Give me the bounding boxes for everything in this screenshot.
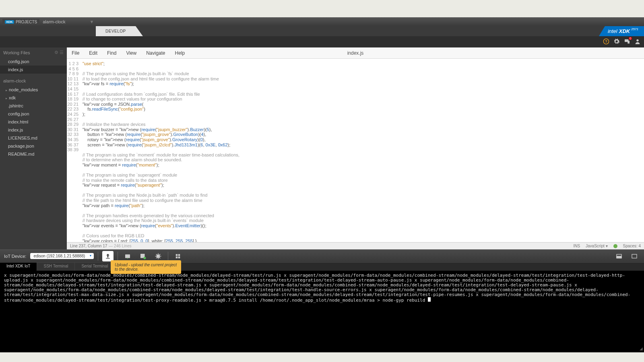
menu-edit[interactable]: Edit	[84, 50, 102, 56]
collapse-console-icon[interactable]	[629, 251, 640, 261]
intel-word: intel	[608, 28, 617, 34]
sidebar: Working Files ⚙ ☰ config.jsonindex.js al…	[0, 47, 67, 249]
menu-help[interactable]: Help	[170, 50, 190, 56]
menu-navigate[interactable]: Navigate	[141, 50, 170, 56]
xdk-word: XDK	[619, 28, 630, 34]
menu-find[interactable]: Find	[102, 50, 121, 56]
svg-rect-16	[632, 254, 637, 258]
menubar: File Edit Find View Navigate Help index.…	[67, 47, 644, 59]
bottom-tab[interactable]: Intel XDK IoT	[0, 263, 37, 271]
notif-badge: 0	[629, 37, 632, 40]
statusbar: Line 237, Column 17 — 246 Lines INS Java…	[67, 242, 644, 249]
code-content[interactable]: "use strict"; // The program is using th…	[81, 59, 644, 242]
svg-point-4	[636, 39, 638, 41]
window-titlebar: XDK PROJECTS alarm-clock ▼	[0, 17, 644, 26]
total-lines: — 246 Lines	[109, 244, 131, 248]
projects-label: PROJECTS	[16, 20, 37, 24]
tree-item[interactable]: node_modules	[0, 86, 67, 94]
svg-rect-15	[617, 256, 621, 258]
svg-point-8	[144, 257, 146, 259]
tree-item[interactable]: xdk	[0, 94, 67, 102]
svg-rect-5	[106, 258, 110, 258]
tree-item[interactable]: config.json	[0, 110, 67, 118]
svg-rect-12	[176, 256, 178, 258]
devices-icon[interactable]: 0	[624, 38, 630, 46]
tree-item[interactable]: .jshintrc	[0, 102, 67, 110]
sidebar-gear-icon[interactable]: ⚙ ☰	[54, 50, 64, 55]
projects-button[interactable]: XDK PROJECTS	[2, 19, 39, 25]
manage-daemon-button[interactable]	[172, 251, 184, 261]
working-files-label: Working Files	[3, 50, 30, 55]
tree-item[interactable]: index.html	[0, 118, 67, 126]
build-number: 2571	[631, 27, 638, 31]
iot-toolbar: IoT Device: edison (192.168.1.21:58888) …	[0, 249, 644, 262]
project-name: alarm-clock	[43, 19, 65, 24]
intel-xdk-logo: intel XDK 2571	[599, 26, 644, 36]
line-gutter: 1 2 3 4 5 6 7 8 9 10 11 12 13 14 15 16 1…	[67, 59, 81, 242]
tab-develop[interactable]: DEVELOP	[96, 26, 136, 36]
upload-button[interactable]	[102, 251, 114, 261]
project-tree: node_modulesxdk.jshintrcconfig.jsonindex…	[0, 86, 67, 158]
svg-rect-3	[627, 41, 630, 43]
install-build-button[interactable]	[122, 251, 133, 261]
mode-tabstrip: DEVELOP intel XDK 2571	[0, 26, 644, 36]
working-files-list: config.jsonindex.js	[0, 58, 67, 74]
working-files-header: Working Files ⚙ ☰	[0, 47, 67, 58]
svg-text:?: ?	[605, 39, 607, 43]
svg-rect-10	[176, 254, 178, 256]
project-tree-label: alarm-clock	[3, 78, 26, 83]
tree-item[interactable]: package.json	[0, 142, 67, 150]
lint-ok-icon[interactable]	[613, 244, 617, 248]
code-editor[interactable]: 1 2 3 4 5 6 7 8 9 10 11 12 13 14 15 16 1…	[67, 59, 644, 242]
working-file-item[interactable]: index.js	[0, 66, 67, 74]
cursor-position: Line 237, Column 17	[70, 244, 107, 248]
svg-rect-13	[178, 256, 180, 258]
upload-tooltip: Upload - upload the current project to t…	[111, 260, 181, 274]
user-icon[interactable]	[634, 38, 641, 46]
open-file-name: index.js	[347, 50, 364, 56]
status-language[interactable]: JavaScript ▾	[586, 244, 607, 248]
terminal-cursor	[428, 297, 431, 302]
xdk-mini-badge: XDK	[5, 20, 14, 24]
svg-rect-11	[178, 254, 180, 256]
svg-rect-6	[125, 254, 130, 258]
tree-item[interactable]: README.md	[0, 150, 67, 158]
menu-file[interactable]: File	[67, 50, 84, 56]
gear-icon[interactable]	[613, 38, 620, 46]
editor-area: File Edit Find View Navigate Help index.…	[67, 47, 644, 249]
iot-device-label: IoT Device:	[4, 254, 26, 259]
project-dropdown-icon[interactable]: ▼	[89, 19, 94, 24]
menu-view[interactable]: View	[121, 50, 141, 56]
tree-item[interactable]: index.js	[0, 126, 67, 134]
tree-item[interactable]: LICENSES.md	[0, 134, 67, 142]
debug-button[interactable]	[153, 251, 164, 261]
stop-button[interactable]	[137, 251, 149, 261]
device-dropdown[interactable]: edison (192.168.1.21:58888)	[30, 253, 94, 259]
working-file-item[interactable]: config.json	[0, 58, 67, 66]
terminal-output[interactable]: x superagent/node_modules/form-data/node…	[0, 271, 644, 352]
top-icon-bar: ? 0	[0, 36, 644, 47]
project-tree-header[interactable]: alarm-clock	[0, 76, 67, 86]
bottom-tab-bar: Intel XDK IoTSSH TerminalSerial Terminal	[0, 262, 644, 271]
status-ins[interactable]: INS	[573, 244, 580, 248]
bottom-tab[interactable]: SSH Terminal	[37, 263, 75, 271]
bottom-tab[interactable]: Serial Terminal	[75, 263, 115, 271]
resize-grip-icon[interactable]: ◢	[640, 346, 643, 351]
help-icon[interactable]: ?	[603, 38, 609, 46]
browser-chrome-space	[0, 0, 644, 17]
toggle-console-icon[interactable]	[613, 251, 625, 261]
status-spaces[interactable]: Spaces: 4	[623, 244, 641, 248]
